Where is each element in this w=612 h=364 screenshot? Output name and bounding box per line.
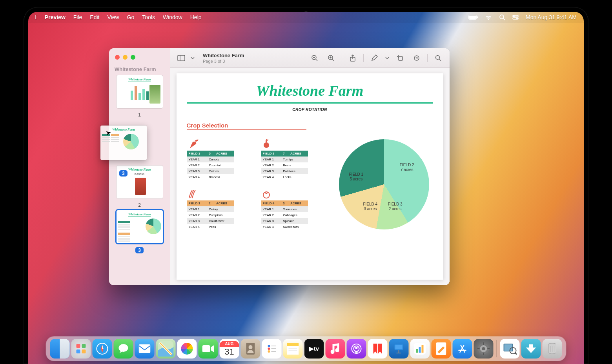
dock-separator [497, 340, 497, 357]
svg-rect-20 [399, 56, 403, 60]
field-table-1: FIELD 15ACRES YEAR 1Carrots YEAR 2Zucchi… [187, 151, 234, 180]
svg-point-54 [355, 347, 358, 349]
zoom-button[interactable] [131, 55, 135, 60]
dock-maps[interactable] [156, 339, 176, 359]
svg-point-3 [500, 15, 504, 19]
menu-edit[interactable]: Edit [90, 14, 99, 20]
field-table-3: FIELD 32ACRES YEAR 1Celery YEAR 2Pumpkin… [187, 200, 234, 230]
title-rule [187, 102, 433, 104]
dock-facetime[interactable] [199, 339, 218, 359]
page-viewport[interactable]: Whitestone Farm CROP ROTATION Crop Selec… [170, 68, 450, 285]
share-button[interactable] [346, 53, 359, 64]
dock-reminders[interactable] [262, 339, 282, 359]
dock-downloads[interactable] [521, 339, 541, 359]
close-button[interactable] [115, 55, 120, 60]
toolbar-title-area: Whitestone Farm Page 3 of 3 [203, 53, 244, 64]
menubar:  Preview File Edit View Go Tools Window… [28, 12, 584, 23]
menu-go[interactable]: Go [127, 14, 135, 20]
svg-line-15 [332, 59, 334, 61]
svg-point-40 [249, 345, 253, 349]
doc-heading: Whitestone Farm [187, 82, 433, 99]
dock-preview-app[interactable] [500, 339, 520, 359]
drag-thumb-title: Whitestone Farm [112, 128, 135, 132]
battery-icon[interactable] [468, 15, 478, 20]
sidebar-view-menu[interactable] [189, 53, 196, 64]
rotate-button[interactable] [393, 53, 407, 64]
drag-page-badge: 3 [119, 170, 128, 177]
thumb-photo [135, 178, 146, 195]
app-menu[interactable]: Preview [45, 14, 66, 20]
dock-photos[interactable] [177, 339, 197, 359]
menu-tools[interactable]: Tools [142, 14, 155, 20]
markup-menu[interactable] [384, 53, 390, 64]
dock-notes[interactable] [283, 339, 303, 359]
dock-safari[interactable] [93, 339, 112, 359]
laptop-frame:  Preview File Edit View Go Tools Window… [24, 7, 588, 364]
wifi-icon[interactable] [485, 15, 492, 20]
dock-calendar[interactable]: AUG 31 [220, 339, 239, 359]
radish-icon [261, 139, 328, 149]
svg-rect-1 [469, 16, 476, 19]
svg-point-7 [514, 16, 514, 16]
dock-settings[interactable] [474, 339, 494, 359]
dock-trash[interactable] [543, 339, 562, 359]
svg-line-12 [316, 59, 317, 61]
thumbnail-list: Whitestone Farm 1 Whitestone Fa [109, 75, 170, 285]
dock-mail[interactable] [135, 339, 155, 359]
calendar-day: 31 [224, 347, 234, 357]
dock-news[interactable] [368, 339, 388, 359]
control-center-icon[interactable] [512, 15, 519, 20]
menubar-datetime[interactable]: Mon Aug 31 9:41 AM [526, 14, 577, 20]
dock-keynote[interactable] [389, 339, 409, 359]
zoom-in-button[interactable] [324, 53, 338, 64]
svg-rect-62 [422, 345, 424, 353]
dock-messages[interactable] [114, 339, 133, 359]
dock-tv[interactable]: ▶tv [304, 339, 324, 359]
minimize-button[interactable] [123, 55, 128, 60]
field-table-4: FIELD 43ACRES YEAR 1Tomatoes YEAR 2Cabba… [261, 200, 308, 230]
svg-marker-38 [211, 345, 214, 352]
apple-menu[interactable]:  [35, 14, 38, 21]
svg-point-8 [517, 18, 517, 19]
zoom-out-button[interactable] [308, 53, 321, 64]
dock-numbers[interactable] [410, 339, 430, 359]
dock-podcasts[interactable] [347, 339, 366, 359]
field-block-2: FIELD 27ACRES YEAR 1Turnips YEAR 2Beets … [261, 139, 328, 180]
menu-file[interactable]: File [73, 14, 82, 20]
page-thumbnail-1[interactable]: Whitestone Farm [117, 75, 163, 108]
svg-rect-56 [395, 345, 403, 349]
menubar-right: Mon Aug 31 9:41 AM [468, 14, 577, 20]
dock-launchpad[interactable] [71, 339, 91, 359]
svg-rect-27 [82, 344, 86, 348]
menu-help[interactable]: Help [190, 14, 202, 20]
pie-chart-area: FIELD 15 acres FIELD 27 acres FIELD 32 a… [335, 139, 433, 230]
markup-button[interactable] [368, 53, 381, 64]
thumb-label-2: 2 [138, 202, 141, 208]
menu-view[interactable]: View [107, 14, 119, 20]
svg-rect-9 [178, 55, 185, 61]
svg-point-34 [119, 344, 128, 352]
svg-rect-35 [139, 344, 151, 353]
spotlight-icon[interactable] [499, 14, 505, 20]
menu-window[interactable]: Window [163, 14, 182, 20]
sidebar-view-button[interactable] [175, 53, 188, 64]
svg-line-23 [439, 59, 441, 61]
calendar-month: AUG [220, 341, 239, 347]
field-block-4: FIELD 43ACRES YEAR 1Tomatoes YEAR 2Cabba… [261, 189, 328, 230]
dock-contacts[interactable] [241, 339, 260, 359]
thumb-label-3: 3 [135, 247, 144, 253]
page-thumbnail-3[interactable]: Whitestone Farm [117, 210, 163, 243]
dock-pages[interactable] [432, 339, 451, 359]
dock-appstore[interactable] [453, 339, 472, 359]
dock-finder[interactable] [50, 339, 70, 359]
svg-point-43 [268, 348, 270, 350]
svg-point-42 [268, 345, 270, 347]
field-block-3: FIELD 32ACRES YEAR 1Celery YEAR 2Pumpkin… [187, 189, 254, 230]
doc-subtitle: CROP ROTATION [187, 107, 433, 112]
thumb-pie [146, 218, 161, 234]
dock-music[interactable] [326, 339, 345, 359]
search-button[interactable] [432, 53, 445, 64]
thumb-photo [149, 85, 160, 104]
highlight-button[interactable] [410, 53, 423, 64]
field-table-2: FIELD 27ACRES YEAR 1Turnips YEAR 2Beets … [261, 151, 308, 180]
